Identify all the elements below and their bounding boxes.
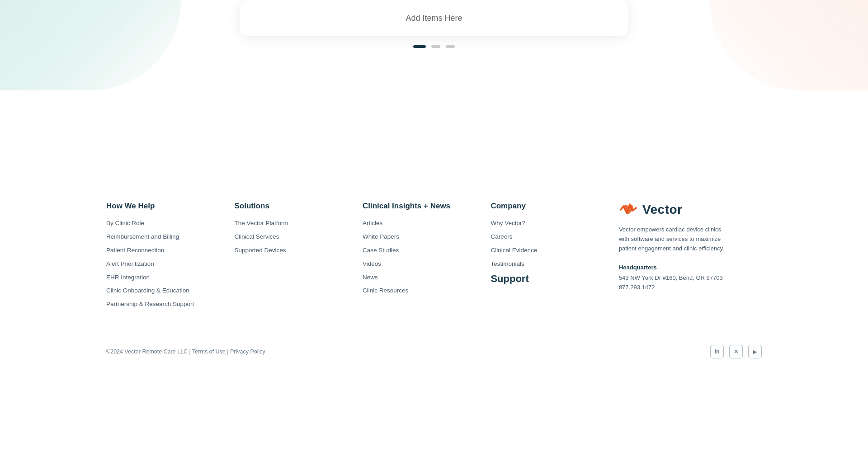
list-item: By Clinic Role: [106, 219, 225, 228]
list-item: The Vector Platform: [234, 219, 353, 228]
solutions-list: The Vector Platform Clinical Services Su…: [234, 219, 353, 255]
support-heading: Support: [491, 273, 609, 285]
clinical-insights-list: Articles White Papers Case Studies Video…: [363, 219, 481, 295]
list-item: Clinic Resources: [363, 286, 481, 295]
clinical-services-link[interactable]: Clinical Services: [234, 233, 279, 240]
hq-label: Headquarters: [619, 264, 762, 271]
list-item: News: [363, 273, 481, 282]
clinical-evidence-link[interactable]: Clinical Evidence: [491, 247, 537, 254]
list-item: Clinic Onboarding & Education: [106, 286, 225, 295]
reimbursement-link[interactable]: Reimbursement and Billing: [106, 233, 179, 240]
news-link[interactable]: News: [363, 274, 378, 281]
list-item: Alert Prioritization: [106, 259, 225, 268]
twitter-x-icon[interactable]: ✕: [729, 345, 743, 358]
list-item: Why Vector?: [491, 219, 609, 228]
list-item: White Papers: [363, 232, 481, 241]
footer-main: How We Help By Clinic Role Reimbursement…: [0, 202, 868, 313]
clinic-onboarding-link[interactable]: Clinic Onboarding & Education: [106, 287, 189, 294]
terms-of-use-link[interactable]: Terms of Use: [192, 348, 227, 355]
vector-logo-icon: [619, 202, 638, 218]
articles-link[interactable]: Articles: [363, 220, 382, 226]
videos-link[interactable]: Videos: [363, 260, 381, 267]
white-papers-link[interactable]: White Papers: [363, 233, 399, 240]
pagination: [0, 45, 868, 48]
footer-bottom: ©2024 Vector Remote Care LLC | Terms of …: [0, 331, 868, 372]
pagination-dot-2[interactable]: [431, 45, 440, 48]
youtube-icon[interactable]: ▶: [748, 345, 762, 358]
list-item: Reimbursement and Billing: [106, 232, 225, 241]
hq-phone: 877.293.1472: [619, 284, 655, 291]
hq-address: 543 NW York Dr #160, Bend, OR 97703 877.…: [619, 273, 762, 292]
ehr-integration-link[interactable]: EHR Integration: [106, 274, 150, 281]
footer: How We Help By Clinic Role Reimbursement…: [0, 174, 868, 372]
alert-prioritization-link[interactable]: Alert Prioritization: [106, 260, 154, 267]
linkedin-icon[interactable]: in: [710, 345, 724, 358]
why-vector-link[interactable]: Why Vector?: [491, 220, 525, 226]
brand-name: Vector: [642, 202, 683, 217]
list-item: EHR Integration: [106, 273, 225, 282]
careers-link[interactable]: Careers: [491, 233, 512, 240]
footer-col-brand: Vector Vector empowers cardiac device cl…: [619, 202, 762, 313]
copyright-text: ©2024 Vector Remote Care LLC |: [106, 348, 191, 355]
list-item: Clinical Evidence: [491, 246, 609, 255]
how-we-help-heading: How We Help: [106, 202, 225, 211]
content-card: Add Items Here: [240, 0, 628, 36]
brand-logo: Vector: [619, 202, 762, 218]
list-item: Supported Devices: [234, 246, 353, 255]
footer-col-company: Company Why Vector? Careers Clinical Evi…: [491, 202, 609, 313]
company-list: Why Vector? Careers Clinical Evidence Te…: [491, 219, 609, 268]
list-item: Careers: [491, 232, 609, 241]
patient-reconnection-link[interactable]: Patient Reconnection: [106, 247, 164, 254]
solutions-heading: Solutions: [234, 202, 353, 211]
clinical-insights-heading: Clinical Insights + News: [363, 202, 481, 211]
list-item: Case Studies: [363, 246, 481, 255]
list-item: Videos: [363, 259, 481, 268]
brand-description: Vector empowers cardiac device clinics w…: [619, 225, 727, 253]
how-we-help-list: By Clinic Role Reimbursement and Billing…: [106, 219, 225, 309]
supported-devices-link[interactable]: Supported Devices: [234, 247, 286, 254]
list-item: Patient Reconnection: [106, 246, 225, 255]
hq-address-line1: 543 NW York Dr #160, Bend, OR 97703: [619, 274, 723, 281]
privacy-policy-link[interactable]: Privacy Policy: [230, 348, 265, 355]
partnership-research-link[interactable]: Partnership & Research Support: [106, 301, 194, 307]
list-item: Partnership & Research Support: [106, 300, 225, 309]
pagination-dot-3[interactable]: [446, 45, 455, 48]
list-item: Testimonials: [491, 259, 609, 268]
by-clinic-role-link[interactable]: By Clinic Role: [106, 220, 144, 226]
company-heading: Company: [491, 202, 609, 211]
card-area: Add Items Here: [0, 0, 868, 36]
testimonials-link[interactable]: Testimonials: [491, 260, 524, 267]
vector-platform-link[interactable]: The Vector Platform: [234, 220, 288, 226]
footer-col-solutions: Solutions The Vector Platform Clinical S…: [234, 202, 353, 313]
footer-col-clinical-insights: Clinical Insights + News Articles White …: [363, 202, 481, 313]
clinic-resources-link[interactable]: Clinic Resources: [363, 287, 408, 294]
legal-separator: |: [227, 348, 228, 355]
case-studies-link[interactable]: Case Studies: [363, 247, 399, 254]
list-item: Articles: [363, 219, 481, 228]
pagination-dot-1[interactable]: [413, 45, 426, 48]
card-title: Add Items Here: [406, 14, 462, 23]
social-icons: in ✕ ▶: [710, 345, 762, 358]
footer-col-how-we-help: How We Help By Clinic Role Reimbursement…: [106, 202, 225, 313]
footer-legal: ©2024 Vector Remote Care LLC | Terms of …: [106, 348, 265, 355]
list-item: Clinical Services: [234, 232, 353, 241]
